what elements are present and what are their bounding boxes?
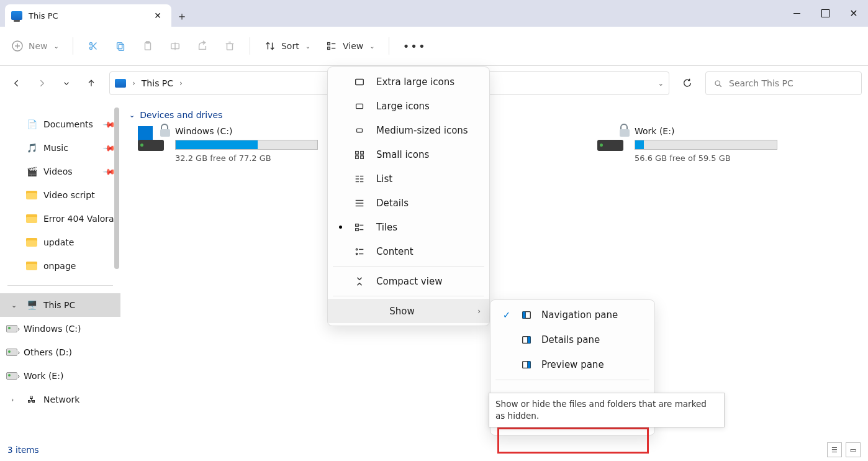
svg-rect-22 [356, 79, 364, 84]
menu-item-compact-view[interactable]: Compact view [328, 269, 489, 293]
drive-capacity-bar [175, 140, 318, 150]
sidebar-item-drive-e[interactable]: ›Work (E:) [0, 364, 120, 388]
window-controls: ✕ [782, 0, 868, 27]
clipboard-icon [142, 40, 154, 52]
chevron-right-icon[interactable]: › [17, 372, 20, 380]
sidebar-item-music[interactable]: 🎵Music📌 [0, 136, 120, 160]
menu-item-preview-pane[interactable]: Preview pane [491, 352, 654, 377]
share-button[interactable] [190, 34, 215, 58]
chevron-right-icon: › [477, 307, 481, 316]
group-header-devices[interactable]: ⌄ Devices and drives [127, 110, 862, 120]
tiles-icon [353, 222, 366, 233]
menu-item-navigation-pane[interactable]: ✓Navigation pane [491, 303, 654, 327]
sidebar-item-drive-c[interactable]: ›Windows (C:) [0, 317, 120, 340]
up-button[interactable] [81, 73, 102, 94]
details-view-button[interactable]: ☰ [827, 442, 842, 457]
drive-item-c[interactable]: Windows (C:) 32.2 GB free of 77.2 GB [138, 126, 324, 163]
scissors-icon [87, 40, 99, 52]
sidebar-item-this-pc[interactable]: ⌄🖥️This PC [0, 293, 120, 317]
sort-button[interactable]: Sort ⌄ [258, 34, 317, 58]
chevron-down-icon[interactable]: ⌄ [11, 301, 17, 309]
share-icon [196, 40, 209, 52]
svg-rect-39 [356, 228, 359, 230]
menu-item-large-icons[interactable]: Large icons [328, 94, 489, 118]
chevron-right-icon: › [132, 79, 135, 88]
svg-rect-54 [528, 362, 531, 368]
separator [7, 285, 113, 286]
copy-button[interactable] [108, 34, 133, 58]
drive-icon [6, 323, 17, 334]
cut-button[interactable] [81, 34, 106, 58]
menu-item-content[interactable]: Content [328, 239, 489, 263]
sidebar-item-folder[interactable]: Error 404 Valora [0, 207, 120, 230]
maximize-button[interactable] [811, 0, 839, 27]
menu-item-small-icons[interactable]: Small icons [328, 142, 489, 167]
chevron-right-icon[interactable]: › [11, 396, 14, 404]
sidebar-item-folder[interactable]: Video script [0, 183, 120, 207]
drive-icon [138, 126, 168, 151]
svg-rect-8 [119, 44, 124, 50]
sidebar-item-folder[interactable]: onpage [0, 254, 120, 278]
svg-point-4 [89, 42, 92, 45]
rename-button[interactable] [163, 34, 188, 58]
copy-icon [114, 40, 127, 52]
icons-view-button[interactable]: ▭ [846, 442, 861, 457]
sort-label: Sort [281, 41, 299, 51]
paste-button[interactable] [135, 34, 160, 58]
sidebar-scrollbar[interactable] [114, 107, 119, 269]
menu-item-medium-icons[interactable]: Medium-sized icons [328, 118, 489, 142]
sidebar-item-label: Windows (C:) [24, 324, 81, 334]
sidebar-item-network[interactable]: ›🖧Network [0, 388, 120, 411]
sidebar-item-videos[interactable]: 🎬Videos📌 [0, 160, 120, 183]
view-button[interactable]: View ⌄ [319, 34, 381, 58]
menu-item-details[interactable]: Details [328, 191, 489, 215]
breadcrumb[interactable]: This PC [142, 78, 173, 88]
address-dropdown-button[interactable]: ⌄ [658, 80, 664, 88]
sidebar-item-label: Video script [43, 190, 95, 200]
menu-item-extra-large-icons[interactable]: Extra large icons [328, 70, 489, 94]
drive-name: Work (E:) [635, 126, 784, 136]
command-toolbar: New ⌄ Sort ⌄ View ⌄ ••• [0, 27, 868, 66]
menu-item-list[interactable]: List [328, 167, 489, 191]
folder-icon [26, 189, 37, 201]
compact-icon [353, 276, 366, 287]
delete-button[interactable] [217, 34, 242, 58]
sidebar-item-label: Error 404 Valora [43, 214, 114, 224]
recent-locations-button[interactable] [56, 73, 77, 94]
forward-button[interactable] [31, 73, 52, 94]
drive-item-e[interactable]: Work (E:) 56.6 GB free of 59.5 GB [597, 126, 784, 163]
large-icons-icon [353, 101, 366, 112]
sidebar-item-documents[interactable]: 📄Documents📌 [0, 112, 120, 136]
menu-item-show[interactable]: Show› [328, 299, 489, 323]
window-tab[interactable]: This PC ✕ [5, 4, 171, 27]
tab-close-button[interactable]: ✕ [151, 9, 164, 22]
search-input[interactable]: Search This PC [705, 71, 862, 95]
svg-rect-25 [356, 151, 359, 154]
sidebar-item-drive-d[interactable]: ›Others (D:) [0, 340, 120, 364]
chevron-right-icon[interactable]: › [17, 325, 20, 333]
new-tab-button[interactable]: ＋ [171, 6, 192, 27]
menu-item-details-pane[interactable]: Details pane [491, 327, 654, 352]
menu-item-label: Medium-sized icons [376, 125, 481, 136]
search-icon [713, 79, 723, 88]
selected-indicator [339, 226, 342, 229]
new-button[interactable]: New ⌄ [5, 34, 65, 58]
menu-separator [495, 380, 649, 380]
svg-rect-7 [117, 43, 122, 49]
refresh-button[interactable] [677, 78, 698, 89]
menu-item-tiles[interactable]: Tiles [328, 215, 489, 239]
sidebar-item-folder[interactable]: update [0, 230, 120, 254]
chevron-right-icon[interactable]: › [17, 349, 20, 357]
view-label: View [343, 41, 363, 51]
more-button[interactable]: ••• [397, 40, 433, 53]
tooltip-hidden-items: Show or hide the files and folders that … [489, 393, 725, 427]
drive-name: Windows (C:) [175, 126, 324, 136]
back-button[interactable] [6, 73, 27, 94]
music-icon: 🎵 [26, 142, 37, 153]
close-window-button[interactable]: ✕ [839, 0, 868, 27]
pane-icon [520, 334, 533, 345]
menu-item-label: Small icons [376, 149, 481, 160]
minimize-button[interactable] [782, 0, 811, 27]
sidebar-item-label: onpage [43, 261, 76, 271]
drive-free-text: 56.6 GB free of 59.5 GB [635, 153, 784, 163]
